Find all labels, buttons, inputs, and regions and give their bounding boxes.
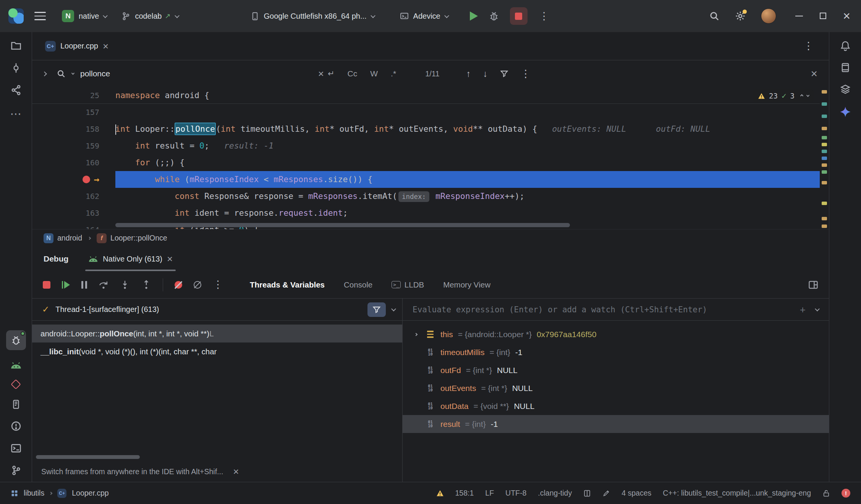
step-into-icon[interactable] [120,280,130,290]
code-line[interactable]: 163 int ident = response.request.ident; [32,205,829,221]
indent-setting[interactable]: 4 spaces [621,489,651,498]
user-avatar[interactable] [761,8,776,24]
line-gutter[interactable]: 162 [32,188,115,205]
whole-words-toggle[interactable]: W [370,69,378,78]
dismiss-hint-icon[interactable]: × [233,467,239,477]
code-line[interactable]: 160 for (;;) { [32,154,829,171]
main-menu-icon[interactable] [34,12,46,20]
code-line[interactable]: 157 [32,104,829,121]
search-query[interactable]: pollonce [80,69,110,78]
layers-icon[interactable] [840,84,851,95]
variable-row[interactable]: 0110timeoutMillis = {int} -1 [403,343,829,361]
breadcrumb-item[interactable]: fLooper::pollOnce [97,233,167,243]
pull-requests-tool-icon[interactable] [11,85,21,95]
stop-button[interactable] [510,7,528,25]
debug-session-tab[interactable]: Native Only (613) × [85,247,176,271]
variable-row[interactable]: 0110outEvents = {int *} NULL [403,379,829,397]
error-notification-icon[interactable]: ! [842,489,850,498]
search-filter-icon[interactable] [500,69,508,78]
debugger-tab-threads-variables[interactable]: Threads & Variables [250,280,325,289]
thread-dropdown-icon[interactable] [391,307,396,312]
line-gutter[interactable]: 163 [32,205,115,221]
caret-position[interactable]: 158:1 [455,489,474,498]
watch-dropdown-icon[interactable] [815,307,820,312]
clang-tidy-status[interactable]: .clang-tidy [538,489,572,498]
variable-row[interactable]: 0110outData = {void **} NULL [403,397,829,415]
run-button[interactable] [470,11,478,21]
running-devices-tool-icon[interactable] [10,362,22,369]
device-manager-icon[interactable] [840,63,850,73]
notifications-icon[interactable] [840,40,851,51]
breakpoint-icon[interactable] [83,176,90,183]
expand-toggle[interactable] [412,333,420,336]
project-tool-icon[interactable] [11,40,21,51]
expand-search-icon[interactable] [42,71,47,76]
code-line[interactable]: 158int Looper::pollOnce(int timeoutMilli… [32,121,829,137]
status-module[interactable]: libutils [24,489,44,498]
add-watch-icon[interactable]: + [800,305,806,315]
inspections-pen-icon[interactable] [602,489,610,497]
debugger-tab-memory-view[interactable]: Memory View [443,280,490,289]
adevice-selector[interactable]: Adevice [395,8,453,24]
commit-tool-icon[interactable] [11,63,21,73]
evaluate-expression-field[interactable]: Evaluate expression (Enter) or add a wat… [403,299,829,321]
thread-selector[interactable]: ✓ Thread-1-[surfaceflinger] (613) [32,299,402,321]
debug-panel-title[interactable]: Debug [44,254,68,263]
variable-row[interactable]: 0110outFd = {int *} NULL [403,361,829,379]
step-out-icon[interactable] [141,280,151,290]
code-text[interactable]: while (mResponseIndex < mResponses.size(… [115,171,829,188]
breadcrumb-item[interactable]: Nandroid [44,233,82,243]
stack-frame[interactable]: android::Looper::pollOnce(int, int *, in… [32,325,402,342]
line-gutter[interactable]: 25 [32,87,115,103]
window-close-button[interactable]: × [843,11,850,21]
newline-search-icon[interactable]: ↵ [328,69,335,78]
settings-gear-icon[interactable] [735,11,746,21]
match-case-toggle[interactable]: Cc [348,69,358,78]
line-gutter[interactable]: 158 [32,121,115,137]
debug-button[interactable] [489,11,499,21]
run-more-options-icon[interactable]: ⋮ [539,11,549,21]
debugger-tab-lldb[interactable]: >_LLDB [392,280,424,289]
search-history-icon[interactable] [71,71,74,74]
window-minimize-button[interactable] [795,16,803,16]
debugger-tab-console[interactable]: Console [344,280,372,289]
minimap[interactable] [820,87,829,229]
line-gutter[interactable]: → [32,171,115,188]
file-encoding[interactable]: UTF-8 [505,489,526,498]
close-tab-icon[interactable]: × [103,41,108,51]
resume-program-icon[interactable] [62,281,70,289]
clear-search-icon[interactable]: × [318,69,324,79]
code-editor[interactable]: 25namespace android {157158int Looper::p… [32,87,829,229]
line-gutter[interactable]: 160 [32,154,115,171]
app-quality-insights-tool-icon[interactable] [12,381,19,388]
lock-icon[interactable] [822,489,830,497]
line-separator[interactable]: LF [485,489,494,498]
debug-tool-icon[interactable] [6,330,26,350]
editor-tab-looper-cpp[interactable]: C+ Looper.cpp × [39,32,115,60]
hide-frames-filter-icon[interactable] [367,302,386,317]
code-line[interactable]: 159 int result = 0; result: -1 [32,137,829,154]
window-maximize-button[interactable] [820,13,826,19]
gemini-ai-icon[interactable] [840,106,851,118]
search-more-options-icon[interactable]: ⋮ [521,69,531,79]
line-gutter[interactable]: 159 [32,137,115,154]
code-text[interactable]: int ident = response.request.ident; [115,205,829,221]
problems-tool-icon[interactable] [11,421,21,431]
code-text[interactable]: int Looper::pollOnce(int timeoutMillis, … [115,121,829,137]
project-selector[interactable]: N native [57,6,112,26]
line-gutter[interactable]: 157 [32,104,115,121]
more-tool-windows-icon[interactable]: ⋯ [10,107,22,120]
view-breakpoints-icon[interactable] [194,281,201,289]
layout-settings-icon[interactable] [808,280,818,290]
code-text[interactable]: for (;;) { [115,154,829,171]
stack-frame[interactable]: __libc_init(void *, void (*)(), int (*)(… [32,342,402,360]
search-field[interactable]: pollonce × [57,69,324,79]
device-selector[interactable]: Google Cuttlefish x86_64 ph... [246,8,379,24]
code-line[interactable]: 25namespace android { [32,87,829,104]
mute-breakpoints-icon[interactable] [175,281,182,289]
code-text[interactable] [115,104,829,121]
debug-more-options-icon[interactable]: ⋮ [213,279,223,290]
next-match-icon[interactable]: ↓ [483,68,488,79]
editor-tab-options-icon[interactable]: ⋮ [803,41,814,51]
step-over-icon[interactable] [99,280,108,290]
